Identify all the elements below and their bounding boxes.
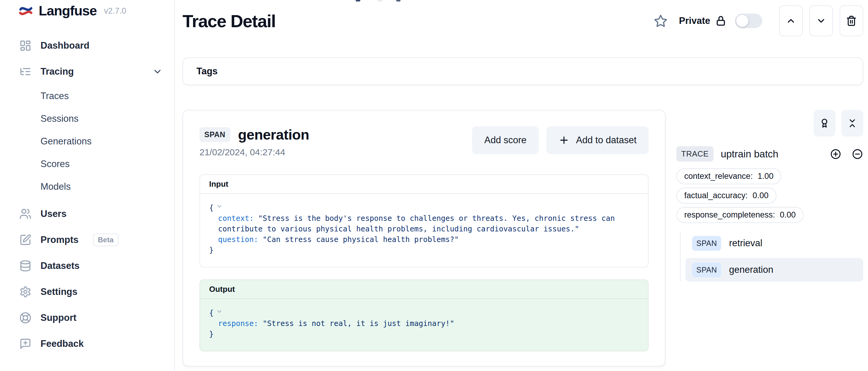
fold-vertical-icon: [847, 118, 858, 128]
sidebar-item-label: Prompts: [40, 235, 79, 245]
add-to-dataset-label: Add to dataset: [576, 135, 637, 146]
sidebar-item-support[interactable]: Support: [19, 305, 167, 331]
trace-name: uptrain batch: [721, 148, 779, 160]
sidebar-item-label: Scores: [40, 159, 69, 169]
json-value: "Stress is not real, it is just imaginar…: [262, 319, 454, 328]
input-panel: Input { context:"Stress is the body's re…: [199, 174, 649, 267]
sidebar-item-prompts[interactable]: Prompts Beta: [19, 227, 167, 253]
observation-timestamp: 21/02/2024, 04:27:44: [199, 147, 309, 157]
span-type-badge: SPAN: [692, 262, 721, 277]
chevron-down-icon[interactable]: [152, 66, 163, 77]
observation-actions: Add score Add to dataset: [472, 126, 649, 154]
annotate-scores-button[interactable]: [814, 110, 835, 136]
pencil-square-icon: [19, 234, 32, 246]
close-brace: }: [209, 246, 214, 254]
sidebar-item-generations[interactable]: Generations: [19, 130, 167, 153]
trace-type-badge: TRACE: [676, 146, 714, 162]
beta-badge: Beta: [93, 234, 119, 246]
tags-label: Tags: [196, 66, 218, 77]
sidebar-item-traces[interactable]: Traces: [19, 85, 167, 107]
page-header: Trace Detail Private: [183, 4, 863, 37]
observation-type-badge: SPAN: [199, 127, 230, 142]
bookmark-star-button[interactable]: [654, 14, 668, 28]
trash-icon: [846, 16, 857, 26]
sidebar-item-settings[interactable]: Settings: [19, 279, 167, 305]
tags-section[interactable]: Tags: [183, 57, 863, 85]
json-key: context:: [218, 214, 254, 223]
trace-score-badges: context_relevance: 1.00 factual_accuracy…: [676, 168, 863, 223]
observation-header: SPAN generation 21/02/2024, 04:27:44 Add…: [199, 126, 649, 157]
users-icon: [19, 208, 32, 220]
trace-panel-buttons: [676, 110, 863, 136]
sidebar: Langfuse v2.7.0 Dashboard Tracing Traces…: [0, 0, 175, 371]
sidebar-item-label: Dashboard: [40, 40, 89, 51]
life-buoy-icon: [19, 312, 32, 324]
visibility-label: Private: [679, 16, 710, 26]
main-content: Trace Detail Private Tags: [175, 0, 868, 371]
next-observation-button[interactable]: [809, 5, 833, 36]
visibility-toggle[interactable]: [735, 13, 762, 28]
observation-label: retrieval: [729, 238, 762, 249]
tree-row-generation[interactable]: SPAN generation: [685, 258, 863, 282]
delete-trace-button[interactable]: [840, 5, 863, 36]
sidebar-item-label: Sessions: [40, 113, 79, 124]
score-name: factual_accuracy:: [684, 191, 748, 200]
sidebar-item-scores[interactable]: Scores: [19, 153, 167, 175]
json-value: "Stress is the body's response to challe…: [218, 214, 620, 233]
page-title: Trace Detail: [183, 11, 276, 31]
langfuse-logo-icon: [19, 4, 33, 18]
circle-plus-icon[interactable]: [830, 148, 841, 160]
score-badge: context_relevance: 1.00: [676, 168, 781, 184]
json-entry: context:"Stress is the body's response t…: [218, 213, 639, 234]
circle-minus-icon[interactable]: [852, 148, 863, 160]
sidebar-item-label: Models: [40, 181, 71, 192]
observation-label: generation: [729, 265, 773, 275]
sidebar-item-users[interactable]: Users: [19, 201, 167, 227]
json-value: "Can stress cause physical health proble…: [262, 235, 459, 244]
span-type-badge: SPAN: [692, 236, 721, 251]
score-value: 0.00: [780, 210, 796, 220]
sidebar-item-datasets[interactable]: Datasets: [19, 253, 167, 279]
sidebar-item-tracing[interactable]: Tracing: [19, 59, 167, 85]
collapse-json-icon[interactable]: [216, 308, 223, 315]
award-ribbon-icon: [819, 118, 830, 128]
tree-row-retrieval[interactable]: SPAN retrieval: [685, 231, 863, 255]
lock-icon: [715, 15, 726, 27]
output-panel: Output { response:"Stress is not real, i…: [199, 279, 649, 351]
sidebar-item-sessions[interactable]: Sessions: [19, 107, 167, 130]
dashboard-icon: [19, 39, 32, 52]
collapse-tree-button[interactable]: [841, 110, 863, 136]
sidebar-item-label: Users: [40, 209, 66, 219]
app-version: v2.7.0: [104, 6, 126, 16]
toggle-knob: [736, 15, 748, 27]
sidebar-item-dashboard[interactable]: Dashboard: [19, 33, 167, 59]
sidebar-item-label: Generations: [40, 136, 92, 147]
output-json: { response:"Stress is not real, it is ju…: [200, 299, 648, 351]
observation-title-block: SPAN generation 21/02/2024, 04:27:44: [199, 126, 309, 157]
score-value: 1.00: [758, 172, 774, 181]
observation-card: SPAN generation 21/02/2024, 04:27:44 Add…: [183, 110, 665, 367]
app-logo[interactable]: Langfuse v2.7.0: [19, 3, 167, 19]
open-brace: {: [209, 308, 214, 317]
trace-tree-panel: TRACE uptrain batch context_relevance: 1…: [676, 110, 863, 282]
clipped-badge-fragment: [377, 0, 382, 1]
trace-root-row[interactable]: TRACE uptrain batch: [676, 146, 863, 162]
sidebar-item-label: Datasets: [40, 260, 80, 271]
sidebar-item-label: Settings: [40, 286, 78, 297]
score-name: context_relevance:: [684, 172, 753, 181]
chevron-up-icon: [786, 16, 796, 26]
sidebar-item-label: Tracing: [40, 66, 74, 77]
input-panel-title: Input: [200, 175, 648, 194]
observation-name: generation: [238, 126, 309, 143]
add-to-dataset-button[interactable]: Add to dataset: [547, 126, 649, 154]
prev-observation-button[interactable]: [779, 5, 803, 36]
collapse-json-icon[interactable]: [216, 203, 223, 210]
sidebar-item-feedback[interactable]: Feedback: [19, 331, 167, 357]
plus-icon: [559, 135, 569, 146]
clipped-badge-fragment: [396, 0, 400, 1]
sidebar-item-models[interactable]: Models: [19, 175, 167, 198]
gear-icon: [19, 286, 32, 298]
json-entry: response:"Stress is not real, it is just…: [218, 318, 639, 329]
add-score-button[interactable]: Add score: [472, 126, 538, 154]
open-brace: {: [209, 203, 214, 212]
